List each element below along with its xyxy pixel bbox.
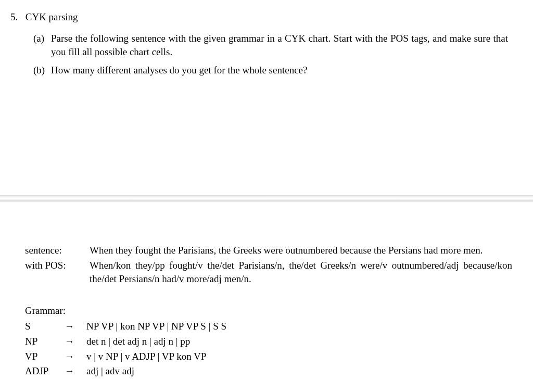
pos-label: with POS: — [25, 259, 90, 286]
grammar-rhs: det n | det adj n | adj n | pp — [86, 335, 512, 349]
grammar-nonterminal: NP — [25, 335, 65, 349]
part-text: Parse the following sentence with the gi… — [51, 32, 508, 59]
grammar-rule-row: ADJP → adj | adv adj — [25, 364, 512, 378]
question-parts: (a) Parse the following sentence with th… — [33, 32, 508, 78]
grammar-arrow: → — [65, 320, 86, 334]
grammar-arrow: → — [65, 350, 86, 364]
pos-text: When/kon they/pp fought/v the/det Parisi… — [90, 259, 512, 286]
question-title: CYK parsing — [26, 11, 78, 22]
grammar-nonterminal: ADJP — [25, 364, 65, 378]
grammar-rhs: NP VP | kon NP VP | NP VP S | S S — [86, 320, 512, 334]
sentence-label: sentence: — [25, 244, 90, 258]
grammar-rule-row: S → NP VP | kon NP VP | NP VP S | S S — [25, 320, 512, 334]
grammar-nonterminal: S — [25, 320, 65, 334]
part-label: (b) — [33, 64, 51, 78]
grammar-rhs: v | v NP | v ADJP | VP kon VP — [86, 350, 512, 364]
grammar-heading: Grammar: — [25, 304, 512, 318]
grammar-rule-row: VP → v | v NP | v ADJP | VP kon VP — [25, 350, 512, 364]
question-header: 5. CYK parsing — [10, 10, 508, 24]
question-number: 5. — [10, 10, 23, 24]
question-part-a: (a) Parse the following sentence with th… — [33, 32, 508, 59]
grammar-rule-row: NP → det n | det adj n | adj n | pp — [25, 335, 512, 349]
sentence-text: When they fought the Parisians, the Gree… — [90, 244, 512, 258]
page-bottom-section: sentence: When they fought the Parisians… — [0, 244, 533, 380]
grammar-arrow: → — [65, 364, 86, 378]
question-part-b: (b) How many different analyses do you g… — [33, 64, 508, 78]
page-break-divider — [0, 195, 533, 201]
grammar-nonterminal: VP — [25, 350, 65, 364]
page-top-section: 5. CYK parsing (a) Parse the following s… — [0, 0, 533, 77]
part-label: (a) — [33, 32, 51, 59]
part-text: How many different analyses do you get f… — [51, 64, 508, 78]
pos-row: with POS: When/kon they/pp fought/v the/… — [25, 259, 512, 286]
grammar-rhs: adj | adv adj — [86, 364, 512, 378]
grammar-block: Grammar: S → NP VP | kon NP VP | NP VP S… — [25, 304, 512, 378]
grammar-arrow: → — [65, 335, 86, 349]
sentence-row: sentence: When they fought the Parisians… — [25, 244, 512, 258]
